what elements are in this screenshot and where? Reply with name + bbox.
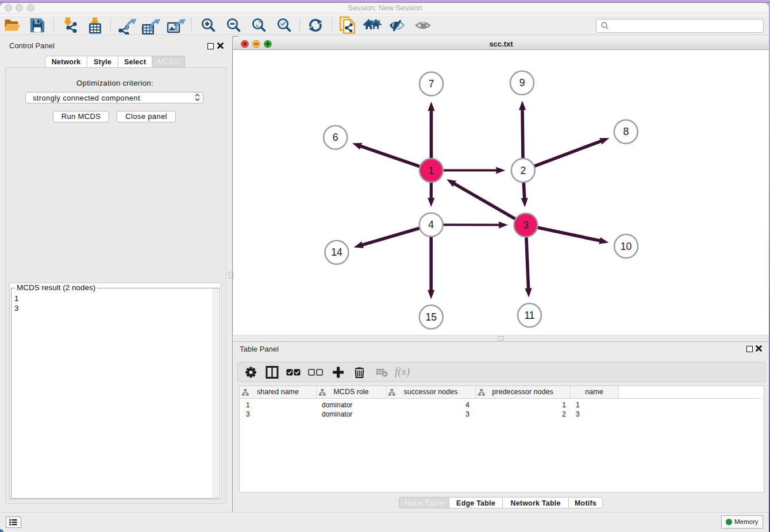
svg-text:6: 6 [333, 132, 338, 143]
svg-text:10: 10 [621, 241, 632, 252]
svg-text:15: 15 [425, 311, 436, 323]
svg-text:3: 3 [523, 219, 529, 231]
svg-text:2: 2 [520, 165, 526, 176]
svg-text:9: 9 [519, 77, 525, 88]
svg-text:7: 7 [429, 78, 434, 90]
svg-text:8: 8 [623, 126, 629, 137]
svg-text:11: 11 [524, 310, 534, 321]
svg-text:4: 4 [428, 219, 434, 230]
svg-text:1: 1 [429, 165, 434, 176]
svg-text:14: 14 [331, 246, 342, 258]
